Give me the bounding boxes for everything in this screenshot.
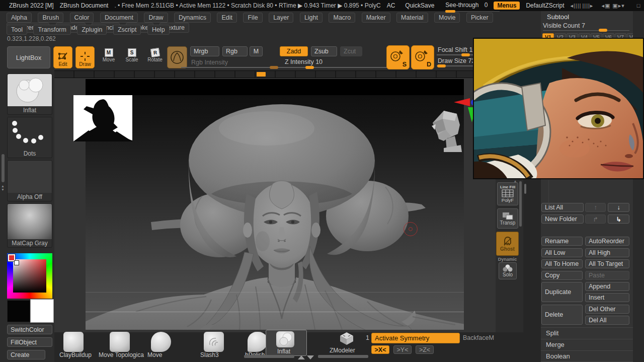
ghost-button[interactable]: Ghost	[496, 232, 519, 256]
menu-zscript[interactable]: Zscript	[113, 25, 141, 35]
menu-light[interactable]: Light	[300, 13, 323, 23]
color-picker-hue-ring[interactable]	[7, 253, 52, 299]
polyframe-button[interactable]: Line Fill PolyF	[497, 182, 518, 205]
draw-size-nub[interactable]	[437, 64, 446, 67]
current-material-button[interactable]	[167, 46, 187, 68]
axis-x-arrow[interactable]	[454, 98, 470, 106]
zcut-button[interactable]: Zcut	[340, 46, 362, 56]
tray-scrollbar-right[interactable]	[318, 355, 368, 358]
redo-history-icon[interactable]: ||||▸	[582, 3, 593, 9]
paste-button[interactable]: Paste	[585, 271, 629, 280]
boolean-section[interactable]: Boolean	[541, 350, 633, 362]
edit-button[interactable]: Edit	[53, 46, 72, 68]
zmodeler-icon[interactable]	[338, 331, 355, 346]
menu-material[interactable]: Material	[396, 13, 428, 23]
reference-image[interactable]	[473, 38, 644, 179]
merge-section[interactable]: Merge	[541, 339, 633, 350]
transparency-button[interactable]: Transp	[497, 208, 518, 229]
brush-movetopological-thumb[interactable]	[110, 332, 130, 352]
all-to-target-button[interactable]: All To Target	[585, 259, 629, 268]
all-low-button[interactable]: All Low	[541, 248, 583, 257]
tray-scroll-down[interactable]	[307, 354, 314, 361]
brush-inflat-selected-tile[interactable]: Inflat	[266, 330, 307, 356]
minimize-button[interactable]: ▾	[621, 3, 625, 9]
menu-macro[interactable]: Macro	[329, 13, 355, 23]
visible-count-track[interactable]	[543, 30, 629, 31]
menu-alpha[interactable]: Alpha	[7, 13, 32, 23]
symmetry-x-button[interactable]: >X<	[371, 345, 389, 354]
copy-button[interactable]: Copy	[541, 271, 583, 280]
fill-object-button[interactable]: FillObject	[7, 337, 52, 347]
menu-document[interactable]: Document	[100, 13, 138, 23]
append-button[interactable]: Append	[585, 282, 629, 291]
move-into-folder-button[interactable]: ↳	[608, 214, 629, 224]
delete-button[interactable]: Delete	[541, 305, 583, 325]
del-other-button[interactable]: Del Other	[585, 305, 629, 314]
menu-zplugin[interactable]: Zplugin	[77, 25, 107, 35]
menu-brush[interactable]: Brush	[38, 13, 63, 23]
strip-scrollbar[interactable]	[519, 181, 522, 227]
menu-file[interactable]: File	[243, 13, 262, 23]
see-through-slider[interactable]: See-through 0	[445, 2, 488, 10]
brush-claybuildup-thumb[interactable]	[63, 332, 84, 352]
next-document-icon[interactable]: ▣▸	[612, 3, 621, 9]
sculpt-model[interactable]	[86, 95, 464, 330]
menu-draw[interactable]: Draw	[144, 13, 168, 23]
insert-button[interactable]: Insert	[585, 293, 629, 302]
restore-button[interactable]: □	[637, 3, 641, 9]
document-canvas[interactable]	[86, 79, 464, 330]
menu-color[interactable]: Color	[70, 13, 94, 23]
menu-picker[interactable]: Picker	[466, 13, 493, 23]
sculptris-pro-button[interactable]: S	[386, 45, 410, 69]
default-zscript-button[interactable]: DefaultZScript	[526, 2, 564, 9]
z-intensity-nub[interactable]	[305, 66, 314, 69]
menu-layer[interactable]: Layer	[269, 13, 293, 23]
current-stroke-tile[interactable]: Dots	[7, 117, 52, 158]
m-button[interactable]: M	[250, 46, 263, 56]
visible-count-nub[interactable]	[599, 29, 607, 32]
draw-button[interactable]: Draw	[75, 46, 95, 68]
auto-reorder-button[interactable]: AutoReorder	[585, 237, 629, 246]
del-all-button[interactable]: Del All	[585, 316, 629, 325]
activate-symmetry-button[interactable]: Activate Symmetry	[371, 333, 460, 343]
rename-button[interactable]: Rename	[541, 237, 583, 246]
sv-selector[interactable]	[14, 260, 19, 265]
current-brush-tile[interactable]: Inflat	[7, 74, 52, 115]
timeline-marker[interactable]	[257, 72, 266, 77]
create-button[interactable]: Create	[7, 350, 45, 359]
switch-color-button[interactable]: SwitchColor	[7, 325, 52, 334]
duplicate-button[interactable]: Duplicate	[541, 282, 583, 302]
menu-marker[interactable]: Marker	[362, 13, 390, 23]
symmetry-z-button[interactable]: >Z<	[416, 345, 434, 354]
tray-scrollbar-left[interactable]	[244, 355, 294, 358]
new-folder-button[interactable]: New Folder	[541, 214, 584, 224]
zadd-button[interactable]: Zadd	[280, 46, 308, 56]
left-shelf-scroll-arrows[interactable]: ▲▼	[1, 184, 5, 191]
tray-scroll-up[interactable]	[298, 354, 305, 361]
rgb-intensity-nub[interactable]	[270, 66, 278, 69]
menu-transform[interactable]: Transform	[33, 25, 71, 35]
menus-button[interactable]: Menus	[494, 2, 520, 10]
timeline[interactable]	[54, 70, 496, 78]
secondary-color-swatch[interactable]	[7, 300, 30, 322]
rotate-button[interactable]: R Rotate	[145, 48, 165, 62]
dynamesh-button[interactable]: D	[411, 45, 434, 69]
move-button[interactable]: M Move	[99, 48, 119, 62]
document-silhouette-thumbnail[interactable]	[73, 95, 132, 141]
mrgb-button[interactable]: Mrgb	[190, 46, 219, 56]
menu-edit[interactable]: Edit	[217, 13, 237, 23]
current-alpha-tile[interactable]: Alpha Off	[7, 160, 52, 201]
rgb-button[interactable]: Rgb	[222, 46, 248, 56]
camera-head-gizmo[interactable]	[429, 108, 462, 152]
all-high-button[interactable]: All High	[585, 248, 629, 257]
brush-slash3-thumb[interactable]	[204, 332, 224, 352]
menu-movie[interactable]: Movie	[434, 13, 460, 23]
current-matcap-tile[interactable]: MatCap Gray	[7, 203, 52, 248]
primary-color-swatch[interactable]	[30, 299, 54, 323]
menu-tool[interactable]: Tool	[7, 25, 27, 35]
menu-dynamics[interactable]: Dynamics	[174, 13, 211, 23]
focal-shift-nub[interactable]	[461, 53, 470, 56]
scale-button[interactable]: S Scale	[122, 48, 142, 62]
menu-help[interactable]: Help	[147, 25, 170, 35]
prev-document-icon[interactable]: ◂▣	[601, 3, 610, 9]
